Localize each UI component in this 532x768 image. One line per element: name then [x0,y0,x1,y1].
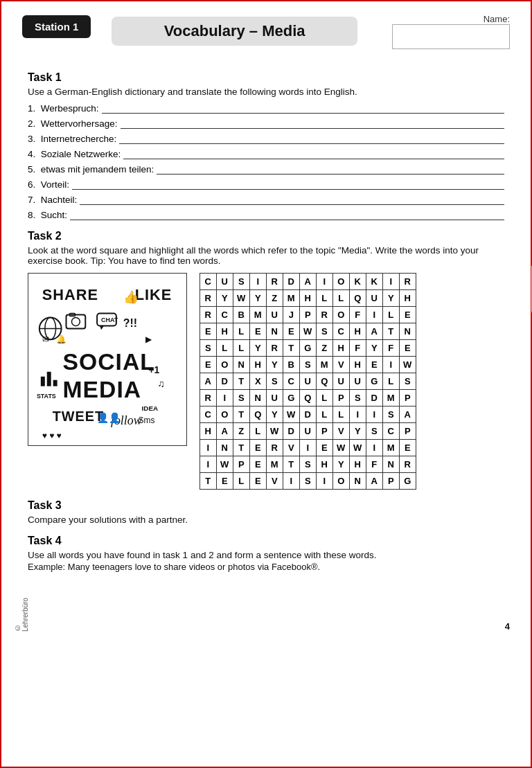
grid-cell: I [383,357,400,373]
grid-cell: A [300,274,317,290]
grid-cell: H [300,290,317,307]
grid-cell: Q [250,407,267,423]
grid-cell: N [217,440,233,456]
grid-cell: T [233,440,250,456]
list-item: 3. Internetrecherche: [28,133,504,144]
task1-section: Task 1 Use a German-English dictionary a… [28,71,504,220]
grid-cell: A [200,373,217,390]
grid-cell: P [317,423,333,440]
grid-cell: L [233,473,250,490]
page-title: Vocabulary – Media [112,17,357,46]
grid-cell: D [217,373,233,390]
task3-description: Compare your solutions with a partner. [28,515,504,525]
translation-list: 1. Werbespruch: 2. Wettervorhersage: 3. … [28,102,504,220]
grid-cell: C [383,423,400,440]
grid-cell: U [267,390,283,407]
grid-cell: O [217,407,233,423]
svg-text:IDEA: IDEA [142,404,159,412]
svg-rect-20 [53,380,57,386]
grid-cell: Y [250,290,267,307]
grid-cell: E [366,357,383,373]
grid-cell: Y [250,340,267,357]
page-number: 4 [505,621,510,632]
svg-text:TWEET: TWEET [53,409,104,424]
grid-cell: I [383,274,400,290]
grid-cell: R [317,307,333,323]
grid-cell: F [350,307,366,323]
grid-cell: I [217,390,233,407]
grid-cell: J [283,307,300,323]
list-item: 2. Wettervorhersage: [28,118,504,129]
task4-section: Task 4 Use all words you have found in t… [28,535,504,572]
task2-heading: Task 2 [28,230,504,242]
grid-cell: W [217,456,233,473]
grid-cell: E [200,357,217,373]
grid-cell: T [283,340,300,357]
grid-cell: C [200,274,217,290]
svg-rect-18 [41,377,45,386]
grid-cell: S [267,373,283,390]
grid-cell: I [317,473,333,490]
svg-text:Sms: Sms [139,416,155,425]
grid-cell: N [350,473,366,490]
grid-cell: W [333,440,350,456]
task4-example: Example: Many teenagers love to share vi… [28,562,504,572]
list-item: 4. Soziale Netzwerke: [28,148,504,159]
svg-text:✉: ✉ [42,334,49,344]
grid-cell: V [333,357,350,373]
grid-cell: L [333,290,350,307]
grid-cell: O [333,274,350,290]
grid-cell: D [300,407,317,423]
grid-cell: E [400,340,416,357]
name-field-area: Name: [392,14,510,49]
grid-cell: M [317,357,333,373]
task4-heading: Task 4 [28,535,504,547]
grid-cell: Z [267,290,283,307]
task2-section: Task 2 Look at the word square and highl… [28,230,504,490]
name-label: Name: [484,14,510,24]
svg-text:SHARE: SHARE [42,286,98,303]
grid-cell: H [350,357,366,373]
grid-cell: S [300,456,317,473]
grid-cell: W [300,323,317,340]
grid-cell: I [300,440,317,456]
grid-cell: U [217,274,233,290]
grid-cell: Y [366,340,383,357]
grid-cell: O [333,473,350,490]
list-item: 6. Vorteil: [28,179,504,190]
grid-cell: H [217,323,233,340]
grid-cell: Y [333,456,350,473]
grid-cell: G [283,390,300,407]
grid-cell: B [283,357,300,373]
grid-cell: L [383,373,400,390]
grid-cell: I [366,307,383,323]
grid-cell: S [300,473,317,490]
grid-cell: P [400,423,416,440]
grid-cell: Y [267,357,283,373]
grid-cell: C [217,307,233,323]
grid-cell: A [366,473,383,490]
grid-cell: U [350,373,366,390]
grid-cell: H [200,423,217,440]
name-input-box[interactable] [392,24,510,49]
grid-cell: M [283,290,300,307]
grid-cell: V [267,473,283,490]
list-item: 8. Sucht: [28,209,504,220]
svg-rect-19 [47,372,51,386]
svg-text:+1: +1 [148,364,159,375]
grid-cell: I [200,456,217,473]
grid-cell: S [400,373,416,390]
grid-cell: Q [317,373,333,390]
grid-cell: V [333,423,350,440]
grid-cell: U [366,290,383,307]
grid-cell: Z [317,340,333,357]
grid-cell: R [267,440,283,456]
svg-text:♥ ♥ ♥: ♥ ♥ ♥ [42,431,62,440]
grid-cell: M [250,307,267,323]
grid-cell: S [300,357,317,373]
grid-cell: N [383,456,400,473]
grid-cell: I [366,440,383,456]
grid-cell: Z [233,423,250,440]
grid-cell: N [233,357,250,373]
grid-cell: N [267,323,283,340]
